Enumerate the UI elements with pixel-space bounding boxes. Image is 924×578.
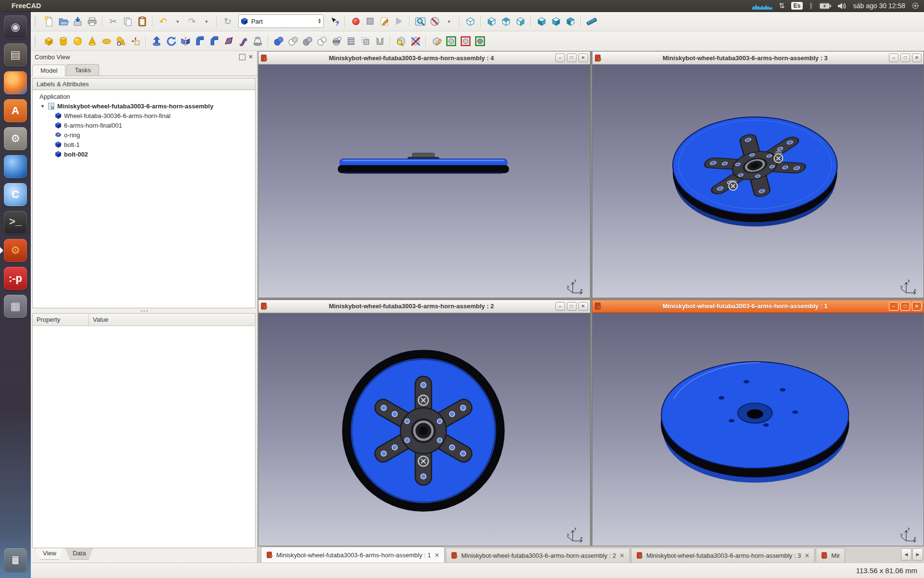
cone-icon[interactable]: [85, 34, 99, 48]
spinner-arrows-icon[interactable]: ▲▼: [318, 18, 321, 25]
maximize-button[interactable]: □: [567, 302, 577, 311]
minimize-button[interactable]: –: [555, 302, 565, 311]
launcher-item-workspace-switcher[interactable]: ▦: [4, 295, 27, 318]
boolean-union-icon[interactable]: [272, 34, 285, 48]
tab-scroll-left-icon[interactable]: ◀: [901, 548, 911, 561]
view-left-icon[interactable]: [564, 14, 577, 28]
macro-stop-icon[interactable]: [363, 14, 377, 28]
create-primitives-icon[interactable]: [114, 34, 128, 48]
launcher-item-system-settings[interactable]: ⚙: [4, 127, 27, 150]
mdi-tab-1[interactable]: Miniskybot-wheel-futaba3003-6-arms-horn-…: [261, 547, 445, 563]
sweep-icon[interactable]: [236, 34, 250, 48]
launcher-item-chromium[interactable]: C: [4, 183, 27, 206]
fillet-icon[interactable]: [193, 34, 206, 48]
dropdown-icon[interactable]: ▾: [442, 14, 456, 28]
dropdown-icon[interactable]: ▾: [171, 14, 184, 28]
paste-icon[interactable]: [135, 14, 149, 28]
refine-shape-icon[interactable]: [430, 34, 443, 48]
column-header-property[interactable]: Property: [33, 314, 89, 326]
compound-cut-icon[interactable]: [459, 34, 472, 48]
close-button[interactable]: ✕: [912, 53, 922, 62]
tab-view[interactable]: View: [36, 548, 64, 560]
viewport-side-view[interactable]: x y z: [258, 65, 590, 298]
maximize-button[interactable]: □: [567, 53, 577, 62]
mirror-icon[interactable]: [179, 34, 192, 48]
view-bottom-icon[interactable]: [549, 14, 563, 28]
session-gear-icon[interactable]: [911, 2, 919, 10]
extrude-icon[interactable]: [150, 34, 163, 48]
print-icon[interactable]: [85, 14, 99, 28]
undo-icon[interactable]: ↶: [156, 14, 170, 28]
boolean-common-icon[interactable]: [315, 34, 329, 48]
ruled-surface-icon[interactable]: [222, 34, 235, 48]
view-right-icon[interactable]: [513, 14, 527, 28]
mdi-titlebar-active[interactable]: Miniskybot-wheel-futaba3003-6-arms-horn-…: [592, 300, 924, 313]
maximize-button[interactable]: □: [900, 302, 910, 311]
battery-icon[interactable]: [820, 3, 831, 9]
tree-row-part[interactable]: bolt-1: [33, 140, 255, 149]
launcher-item-firefox[interactable]: [4, 71, 27, 94]
dropdown-icon[interactable]: ▾: [200, 14, 213, 28]
save-icon[interactable]: [71, 14, 84, 28]
view-rear-icon[interactable]: [535, 14, 548, 28]
expand-arrow-icon[interactable]: ▼: [39, 104, 46, 109]
launcher-item-dash-home[interactable]: ◉: [4, 15, 27, 39]
open-file-icon[interactable]: [56, 14, 70, 28]
launcher-item-freecad[interactable]: ⚙: [4, 239, 27, 262]
sphere-icon[interactable]: [71, 34, 84, 48]
mdi-titlebar[interactable]: Miniskybot-wheel-futaba3003-6-arms-horn-…: [258, 300, 590, 313]
mdi-tab-4[interactable]: Mir: [816, 548, 845, 563]
copy-icon[interactable]: [121, 14, 134, 28]
clock[interactable]: sáb ago 30 12:58: [853, 2, 905, 10]
check-geometry-icon[interactable]: [394, 34, 408, 48]
macro-play-icon[interactable]: [392, 14, 406, 28]
compound-common-icon[interactable]: [473, 34, 487, 48]
mdi-titlebar[interactable]: Miniskybot-wheel-futaba3003-6-arms-horn-…: [592, 52, 924, 65]
launcher-item-software-center[interactable]: A: [4, 99, 27, 122]
maximize-button[interactable]: □: [900, 53, 910, 62]
launcher-item-file-manager[interactable]: ▤: [4, 43, 27, 66]
macro-edit-icon[interactable]: [378, 14, 391, 28]
close-button[interactable]: ✕: [912, 302, 922, 311]
tab-tasks[interactable]: Tasks: [66, 64, 99, 76]
tab-close-icon[interactable]: ✕: [435, 552, 440, 559]
tree-row-part[interactable]: o-ring: [33, 130, 255, 140]
viewport-iso-top-view[interactable]: x y z: [592, 313, 924, 546]
mdi-tab-2[interactable]: Miniskybot-wheel-futaba3003-6-arms-horn-…: [446, 548, 629, 563]
panel-float-icon[interactable]: [239, 54, 245, 60]
viewport-front-view[interactable]: x y z: [258, 313, 590, 546]
close-button[interactable]: ✕: [578, 302, 588, 311]
refresh-icon[interactable]: ↻: [221, 14, 234, 28]
new-file-icon[interactable]: [42, 14, 55, 28]
view-front-icon[interactable]: [485, 14, 498, 28]
thickness-icon[interactable]: [373, 34, 386, 48]
sync-arrows-icon[interactable]: ⇅: [779, 1, 785, 10]
toolbar-handle[interactable]: [35, 16, 38, 26]
tab-model[interactable]: Model: [32, 65, 65, 76]
toolbar-handle[interactable]: [35, 36, 38, 46]
tree-row-document[interactable]: ▼ Miniskybot-wheel-futaba3003-6-arms-hor…: [33, 101, 255, 111]
minimize-button[interactable]: –: [889, 302, 898, 311]
minimize-button[interactable]: –: [889, 53, 898, 62]
loft-icon[interactable]: [251, 34, 264, 48]
chamfer-icon[interactable]: [207, 34, 221, 48]
panel-close-icon[interactable]: ✕: [248, 54, 253, 60]
column-header-value[interactable]: Value: [89, 314, 112, 326]
shape-builder-icon[interactable]: [128, 34, 142, 48]
launcher-item-browser[interactable]: [4, 155, 27, 178]
tab-data[interactable]: Data: [65, 548, 93, 560]
view-top-icon[interactable]: [499, 14, 513, 28]
panel-splitter[interactable]: [31, 308, 257, 313]
boolean-cut-icon[interactable]: [286, 34, 300, 48]
volume-icon[interactable]: [837, 2, 847, 10]
measure-icon[interactable]: [585, 14, 598, 28]
tree-row-part[interactable]: Wheel-futaba-30036-6-arms-horn-final: [33, 111, 255, 120]
bluetooth-icon[interactable]: ᛒ: [809, 2, 813, 10]
section-icon[interactable]: [330, 34, 343, 48]
tab-close-icon[interactable]: ✕: [619, 552, 625, 559]
macro-record-icon[interactable]: [349, 14, 362, 28]
property-table-body[interactable]: [33, 326, 255, 548]
launcher-item-trash[interactable]: [4, 548, 27, 571]
network-monitor-icon[interactable]: [752, 2, 772, 10]
cross-sections-icon[interactable]: [344, 34, 358, 48]
